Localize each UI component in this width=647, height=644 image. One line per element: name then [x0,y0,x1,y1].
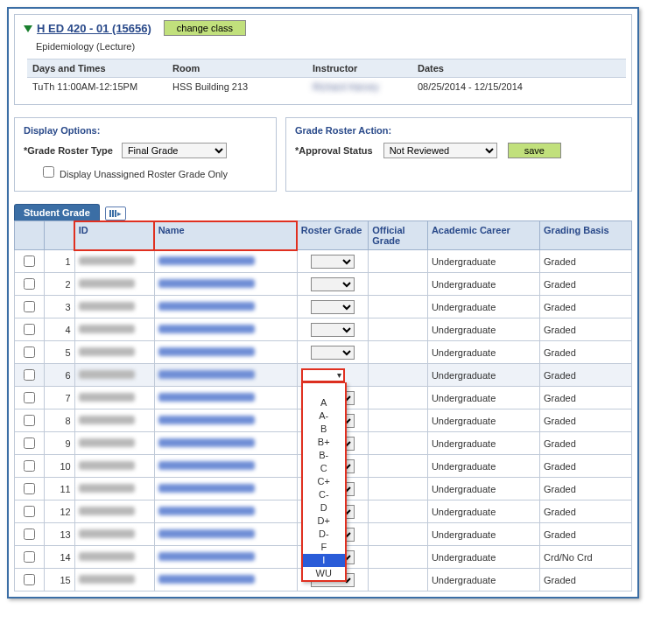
grading-basis: Graded [540,455,632,478]
official-grade [369,455,428,478]
student-id [74,523,154,546]
student-name-link[interactable] [158,575,255,585]
grading-basis: Graded [540,500,632,523]
grade-option[interactable]: B [303,423,345,436]
student-name-link[interactable] [158,302,255,312]
grading-basis: Graded [540,410,632,432]
grade-option[interactable]: C+ [303,475,345,488]
approval-status-select[interactable]: Not Reviewed [383,143,497,158]
academic-career: Undergraduate [427,432,539,455]
row-checkbox[interactable] [24,346,35,358]
student-name-link[interactable] [158,484,255,494]
row-number: 3 [44,296,74,318]
tab-student-grade[interactable]: Student Grade [14,204,100,220]
row-number: 4 [44,318,74,341]
grade-option-blank[interactable] [303,383,345,396]
student-name-link[interactable] [158,347,255,358]
row-checkbox[interactable] [24,301,35,312]
roster-type-select[interactable]: Final Grade [122,143,227,158]
th-name[interactable]: Name [154,221,297,250]
grade-select[interactable] [311,323,355,337]
th-career[interactable]: Academic Career [427,221,539,250]
table-row: 1UndergraduateGraded [15,250,632,273]
official-grade [369,296,428,318]
row-checkbox[interactable] [24,324,35,335]
academic-career: Undergraduate [427,410,539,432]
unassigned-only-label: Display Unassigned Roster Grade Only [60,169,228,179]
row-checkbox[interactable] [24,392,35,403]
th-roster-grade[interactable]: Roster Grade [297,221,369,250]
unassigned-only-checkbox[interactable] [43,166,54,178]
row-checkbox[interactable] [24,460,35,472]
student-name-link[interactable] [158,279,255,290]
val-instructor: Richard Harvey [307,78,412,96]
save-button[interactable]: save [508,143,561,158]
grading-basis: Graded [540,432,632,455]
student-name-link[interactable] [158,393,255,403]
student-id [74,432,154,455]
student-name-link[interactable] [158,529,255,540]
th-id[interactable]: ID [74,221,154,250]
row-checkbox[interactable] [24,369,35,381]
val-dates: 08/25/2014 - 12/15/2014 [412,78,626,96]
official-grade [369,500,428,523]
row-checkbox[interactable] [24,438,35,449]
student-name-link[interactable] [158,325,255,335]
th-basis[interactable]: Grading Basis [540,221,632,250]
grade-select[interactable] [311,300,355,314]
table-row: 3UndergraduateGraded [15,296,632,318]
approval-status-label: *Approval Status [295,145,373,156]
col-instructor: Instructor [307,60,412,78]
student-name-link[interactable] [158,507,255,517]
row-checkbox[interactable] [24,528,35,540]
grade-option[interactable]: D- [303,528,345,541]
roster-grade-cell [297,318,369,341]
grade-dropdown-list[interactable]: AA-BB+B-CC+C-DD+D-FIWU [301,382,347,582]
grade-select[interactable] [311,277,355,291]
row-checkbox[interactable] [24,551,35,563]
row-checkbox[interactable] [24,278,35,290]
row-checkbox[interactable] [24,415,35,426]
grade-option[interactable]: I [303,554,345,567]
triangle-down-icon [24,25,32,32]
grade-option[interactable]: WU [303,567,345,580]
grade-option[interactable]: D [303,501,345,514]
grade-option[interactable]: F [303,541,345,554]
student-name-link[interactable] [158,416,255,426]
grade-select[interactable] [311,346,355,360]
collapse-toggle[interactable]: H ED 420 - 01 (15656) [24,22,151,35]
table-row: 4UndergraduateGraded [15,318,632,341]
student-id [74,387,154,410]
row-number: 15 [44,569,74,592]
grade-select[interactable] [311,255,355,269]
row-number: 5 [44,341,74,364]
row-number: 13 [44,523,74,546]
change-class-button[interactable]: change class [164,20,246,36]
grade-dropdown[interactable]: ▾ [301,368,345,382]
th-official-grade[interactable]: Official Grade [369,221,428,250]
student-id [74,318,154,341]
row-number: 9 [44,432,74,455]
row-checkbox[interactable] [24,483,35,494]
student-name-link[interactable] [158,552,255,563]
roster-grade-cell [297,250,369,273]
student-name-link[interactable] [158,370,255,381]
student-name-link[interactable] [158,256,255,267]
grade-option[interactable]: C- [303,488,345,501]
col-room: Room [167,60,307,78]
student-name-link[interactable] [158,438,255,449]
official-grade [369,410,428,432]
row-checkbox[interactable] [24,574,35,585]
row-checkbox[interactable] [24,506,35,517]
grade-option[interactable]: C [303,462,345,475]
grade-option[interactable]: B+ [303,436,345,449]
class-link[interactable]: H ED 420 - 01 (15656) [37,22,151,35]
grade-option[interactable]: A- [303,410,345,423]
row-checkbox[interactable] [24,256,35,267]
grade-option[interactable]: A [303,396,345,410]
grid-view-icon[interactable]: ▸ [105,206,126,220]
student-name-link[interactable] [158,461,255,472]
display-options-box: Display Options: *Grade Roster Type Fina… [14,117,277,192]
grade-option[interactable]: B- [303,449,345,462]
grade-option[interactable]: D+ [303,514,345,528]
